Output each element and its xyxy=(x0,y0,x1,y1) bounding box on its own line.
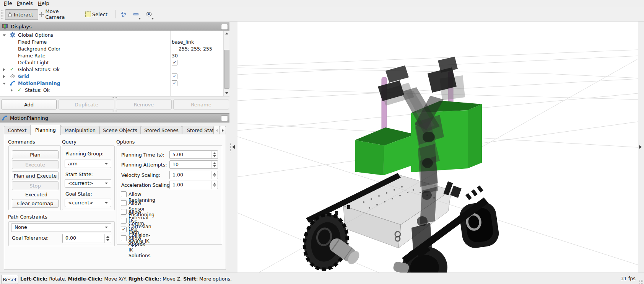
tree-row-status-ok[interactable]: ✓ Status: Ok xyxy=(0,87,229,94)
resize-grip[interactable] xyxy=(639,279,643,284)
velocity-scaling-spin[interactable]: 1.00 xyxy=(169,171,218,179)
path-constraints-label: Path Constraints xyxy=(8,214,47,220)
plus-icon xyxy=(120,11,126,17)
menu-bar: File Panels Help xyxy=(0,0,644,7)
status-ok-icon: ✓ xyxy=(10,66,14,72)
scrollbar-thumb[interactable] xyxy=(224,50,229,89)
default-light-checkbox[interactable]: ✓ xyxy=(172,60,177,65)
checkbox[interactable] xyxy=(121,200,127,206)
goal-tolerance-label: Goal Tolerance: xyxy=(12,235,49,241)
goal-state-combo[interactable]: <current> xyxy=(65,199,111,207)
menu-file[interactable]: File xyxy=(4,0,12,6)
tree-row-grid[interactable]: Grid ✓ xyxy=(0,73,229,80)
checkbox[interactable] xyxy=(121,218,127,224)
grid-icon xyxy=(10,74,15,78)
clear-octomap-button[interactable]: Clear octomap xyxy=(12,199,59,208)
tree-row-global-options[interactable]: Global Options xyxy=(0,32,229,39)
color-swatch xyxy=(172,46,177,51)
3d-viewport[interactable] xyxy=(237,22,638,273)
execute-button[interactable]: Execute xyxy=(12,160,59,169)
checkbox[interactable] xyxy=(121,209,127,215)
collapse-right-arrow[interactable] xyxy=(639,145,642,149)
options-section-label: Options xyxy=(116,139,135,145)
motionplanning-float-button[interactable] xyxy=(221,115,228,121)
tree-row-frame-rate[interactable]: Frame Rate 30 xyxy=(0,52,229,59)
grid-checkbox[interactable]: ✓ xyxy=(172,73,177,79)
scrollbar-down-arrow[interactable] xyxy=(225,92,228,94)
checkbox[interactable] xyxy=(121,191,127,197)
rviz-window: File Panels Help Interact Move Camera Se… xyxy=(0,0,644,284)
zoom-in-button[interactable] xyxy=(119,9,127,19)
tree-scrollbar[interactable] xyxy=(223,31,229,96)
checkbox[interactable]: ✓ xyxy=(121,227,127,232)
collapse-left-arrow[interactable] xyxy=(232,145,235,149)
select-label: Select xyxy=(92,11,107,17)
duplicate-button[interactable]: Duplicate xyxy=(59,100,114,109)
expander-right-icon[interactable] xyxy=(3,75,5,78)
tab-scene-objects[interactable]: Scene Objects xyxy=(99,126,141,134)
move-camera-tool-button[interactable]: Move Camera xyxy=(38,9,76,19)
expander-down-icon[interactable] xyxy=(3,34,6,36)
tree-row-global-status[interactable]: ✓ Global Status: Ok xyxy=(0,66,229,73)
motionplanning-panel-title: MotionPlanning xyxy=(10,115,48,121)
splitter-handle[interactable] xyxy=(111,96,118,98)
green-box-left xyxy=(355,127,415,175)
acceleration-scaling-spin[interactable]: 1.00 xyxy=(169,181,218,189)
motionplanning-panel-header[interactable]: MotionPlanning xyxy=(0,113,229,122)
toolbar-grip[interactable] xyxy=(1,10,3,19)
background-color-value[interactable]: 255; 255; 255 xyxy=(172,46,212,52)
tree-row-motionplanning[interactable]: MotionPlanning ✓ xyxy=(0,80,229,87)
expander-down-icon[interactable] xyxy=(3,83,6,85)
tab-scroll-right-button[interactable] xyxy=(220,126,226,135)
select-tool-button[interactable]: Select xyxy=(85,9,111,19)
tree-row-partial[interactable]: ▁▁ ▁▁▁ xyxy=(0,94,229,96)
tab-manipulation[interactable]: Manipulation xyxy=(61,126,99,134)
expander-right-icon[interactable] xyxy=(3,68,5,71)
plan-button[interactable]: Plan xyxy=(12,150,59,159)
reset-button[interactable]: Reset xyxy=(1,275,18,284)
goal-tolerance-spin[interactable]: 0.00 xyxy=(62,234,111,243)
path-constraints-combo[interactable]: None xyxy=(11,223,111,232)
velocity-scaling-label: Velocity Scaling: xyxy=(121,172,161,178)
tab-context[interactable]: Context xyxy=(4,126,31,134)
checkbox[interactable] xyxy=(121,235,127,241)
tree-row-default-light[interactable]: Default Light ✓ xyxy=(0,59,229,66)
interact-label: Interact xyxy=(14,12,33,18)
stop-button[interactable]: Stop xyxy=(12,181,59,190)
executed-label: Executed xyxy=(25,192,47,197)
plan-and-execute-button[interactable]: Plan and Execute xyxy=(12,171,59,180)
start-state-combo[interactable]: <current> xyxy=(65,179,111,188)
displays-icon xyxy=(2,24,8,29)
menu-help[interactable]: Help xyxy=(38,0,49,6)
visibility-dropdown-arrow[interactable] xyxy=(151,18,154,20)
tree-row-background-color[interactable]: Background Color 255; 255; 255 xyxy=(0,46,229,52)
minus-icon xyxy=(133,11,139,17)
frame-rate-value[interactable]: 30 xyxy=(172,53,178,59)
tab-planning[interactable]: Planning xyxy=(30,125,61,135)
remove-button[interactable]: Remove xyxy=(116,100,172,109)
planning-group-combo[interactable]: arm xyxy=(65,160,111,168)
tab-scroll-left-button[interactable] xyxy=(213,126,220,135)
scrollbar-up-arrow[interactable] xyxy=(225,33,228,34)
tree-row-fixed-frame[interactable]: Fixed Frame base_link xyxy=(0,39,229,46)
menu-panels[interactable]: Panels xyxy=(17,0,33,6)
splitter-dots[interactable] xyxy=(230,142,231,152)
expander-right-icon[interactable] xyxy=(11,89,13,92)
displays-float-button[interactable] xyxy=(221,24,228,30)
zoom-out-dropdown-arrow[interactable] xyxy=(138,18,141,20)
status-ok-icon: ✓ xyxy=(18,87,21,93)
tab-stored-scenes[interactable]: Stored Scenes xyxy=(141,126,182,134)
splitter-handle[interactable] xyxy=(111,110,118,112)
displays-panel-title: Displays xyxy=(11,24,32,29)
planning-time-spin[interactable]: 5.00 xyxy=(169,150,218,159)
displays-panel-header[interactable]: Displays xyxy=(0,22,229,31)
planning-time-label: Planning Time (s): xyxy=(121,152,164,158)
motionplanning-checkbox[interactable]: ✓ xyxy=(172,80,177,86)
interact-tool-button[interactable]: Interact xyxy=(5,9,38,20)
add-button[interactable]: Add xyxy=(1,100,57,109)
planning-attempts-spin[interactable]: 10 xyxy=(169,160,218,169)
acceleration-scaling-label: Acceleration Scaling: xyxy=(121,182,171,188)
fixed-frame-value[interactable]: base_link xyxy=(172,39,194,45)
rename-button[interactable]: Rename xyxy=(173,100,229,109)
query-section-label: Query xyxy=(62,139,76,145)
